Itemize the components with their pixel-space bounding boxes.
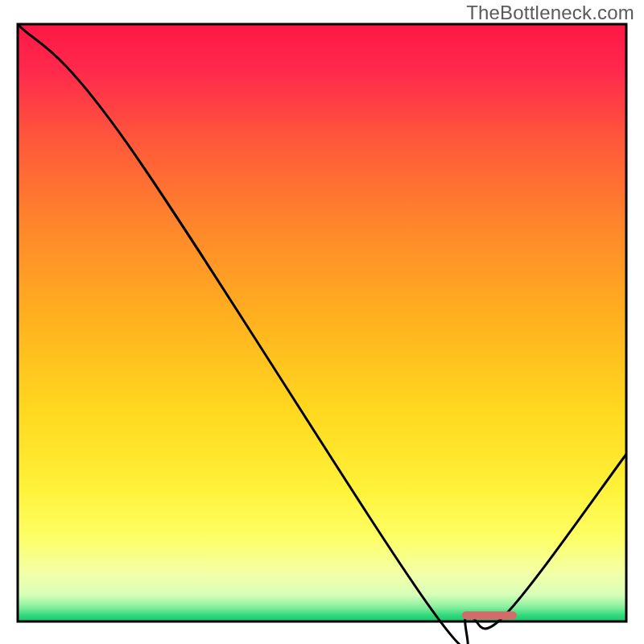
plot-background [18, 24, 626, 621]
chart-container: TheBottleneck.com [0, 0, 644, 644]
watermark-text: TheBottleneck.com [466, 2, 634, 24]
optimum-marker [462, 612, 517, 620]
bottleneck-chart [0, 0, 644, 644]
